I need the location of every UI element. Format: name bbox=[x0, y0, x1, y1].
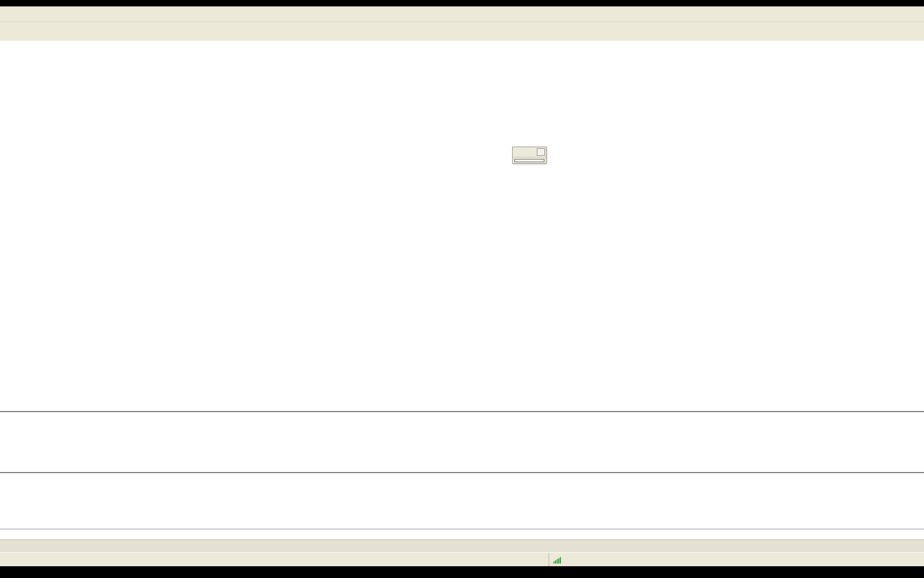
macd-indicator-canvas[interactable] bbox=[0, 412, 924, 472]
pointer-tool-panel bbox=[512, 147, 546, 164]
window-splitter-2[interactable] bbox=[0, 472, 924, 473]
letterbox-bottom bbox=[0, 566, 924, 578]
toolbar bbox=[0, 22, 924, 41]
status-spacer bbox=[0, 553, 549, 567]
exit-button[interactable] bbox=[514, 159, 544, 162]
connection-status bbox=[549, 553, 567, 567]
time-axis bbox=[0, 529, 924, 540]
chart-area[interactable] bbox=[0, 41, 924, 529]
chart-tabs-bar bbox=[0, 539, 924, 553]
main-chart-canvas[interactable] bbox=[0, 41, 924, 411]
letterbox-top bbox=[0, 0, 924, 6]
panel-title-bar[interactable] bbox=[513, 147, 546, 157]
mt4-window: { "menu_bar": { "items": [ {"name": "men… bbox=[0, 0, 924, 578]
close-icon[interactable] bbox=[537, 148, 545, 156]
window-splitter-1[interactable] bbox=[0, 411, 924, 412]
status-bar bbox=[0, 552, 924, 567]
menu-bar bbox=[0, 6, 924, 22]
stochastic-indicator-canvas[interactable] bbox=[0, 473, 924, 529]
connection-bars-icon bbox=[553, 556, 561, 564]
